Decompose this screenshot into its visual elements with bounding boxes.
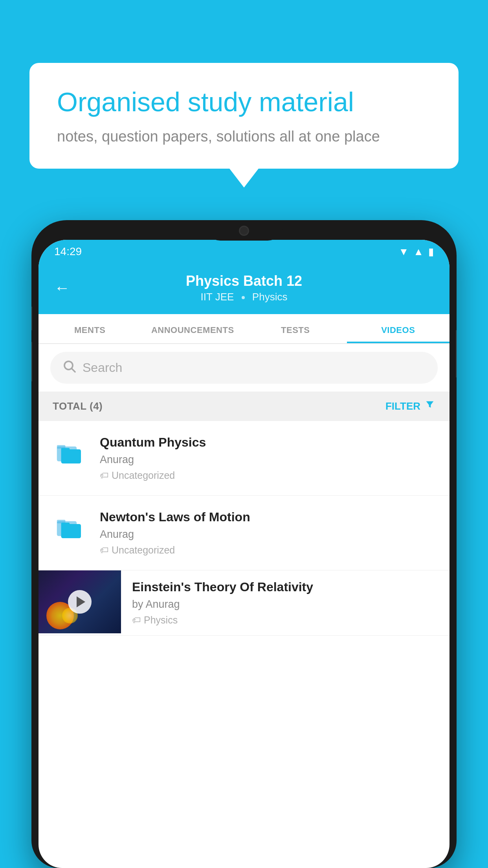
phone-frame: 14:29 ▼ ▲ ▮ ← Physics Batch 12 IIT JEE P… <box>31 220 457 868</box>
item-title: Quantum Physics <box>100 435 435 450</box>
header-subtitle-iit: IIT JEE <box>201 291 234 303</box>
search-icon <box>62 359 76 377</box>
header-subtitle-physics: Physics <box>252 291 288 303</box>
tab-ments[interactable]: MENTS <box>39 314 141 343</box>
folder-icon <box>56 515 84 540</box>
item-author: Anurag <box>100 528 435 541</box>
speech-bubble-card: Organised study material notes, question… <box>29 63 459 169</box>
volume-up-button[interactable] <box>31 307 32 330</box>
tag-label: Uncategorized <box>112 544 175 556</box>
filter-label: FILTER <box>385 400 420 412</box>
power-button[interactable] <box>456 330 457 377</box>
folder-icon <box>56 440 84 465</box>
batch-title: Physics Batch 12 <box>186 273 302 289</box>
phone-screen: 14:29 ▼ ▲ ▮ ← Physics Batch 12 IIT JEE P… <box>39 240 449 868</box>
search-input[interactable]: Search <box>83 360 122 375</box>
tag-label: Uncategorized <box>112 470 175 481</box>
search-container: Search <box>39 344 449 392</box>
tab-videos[interactable]: VIDEOS <box>347 314 450 343</box>
svg-rect-8 <box>61 524 81 538</box>
play-triangle-icon <box>77 596 85 607</box>
svg-rect-9 <box>61 522 70 526</box>
total-count-label: TOTAL (4) <box>53 400 103 412</box>
svg-rect-4 <box>61 449 81 463</box>
item-icon-wrap <box>53 510 88 545</box>
tag-label: Physics <box>144 614 178 626</box>
app-header: ← Physics Batch 12 IIT JEE Physics <box>39 263 449 314</box>
item-info: Quantum Physics Anurag 🏷 Uncategorized <box>100 435 435 481</box>
item-author: by Anurag <box>132 598 435 611</box>
item-tag: 🏷 Uncategorized <box>100 470 435 481</box>
tag-icon: 🏷 <box>100 471 108 481</box>
item-author: Anurag <box>100 454 435 466</box>
list-item[interactable]: Newton's Laws of Motion Anurag 🏷 Uncateg… <box>39 496 449 570</box>
volume-down-button[interactable] <box>31 342 32 381</box>
tab-announcements[interactable]: ANNOUNCEMENTS <box>141 314 244 343</box>
list-item[interactable]: Quantum Physics Anurag 🏷 Uncategorized <box>39 421 449 496</box>
tag-icon: 🏷 <box>100 545 108 555</box>
filter-funnel-icon <box>424 399 435 413</box>
search-input-wrapper[interactable]: Search <box>50 352 438 384</box>
status-time: 14:29 <box>54 245 82 258</box>
svg-line-1 <box>72 369 75 372</box>
video-thumbnail <box>39 570 121 633</box>
status-bar: 14:29 ▼ ▲ ▮ <box>39 240 449 263</box>
tabs-bar: MENTS ANNOUNCEMENTS TESTS VIDEOS <box>39 314 449 344</box>
back-button[interactable]: ← <box>54 279 70 297</box>
bubble-title: Organised study material <box>57 86 431 117</box>
item-info: Newton's Laws of Motion Anurag 🏷 Uncateg… <box>100 510 435 556</box>
item-info: Einstein's Theory Of Relativity by Anura… <box>121 570 435 635</box>
battery-icon: ▮ <box>428 246 434 258</box>
status-icons: ▼ ▲ ▮ <box>399 246 434 258</box>
video-play-button[interactable] <box>68 590 92 614</box>
item-icon-wrap <box>53 435 88 471</box>
bubble-subtitle: notes, question papers, solutions all at… <box>57 128 431 145</box>
header-dot <box>242 296 245 299</box>
list-item[interactable]: Einstein's Theory Of Relativity by Anura… <box>39 570 449 636</box>
item-tag: 🏷 Uncategorized <box>100 544 435 556</box>
video-list: Quantum Physics Anurag 🏷 Uncategorized <box>39 421 449 636</box>
header-title-group: Physics Batch 12 IIT JEE Physics <box>186 273 302 303</box>
svg-rect-5 <box>61 448 70 451</box>
item-tag: 🏷 Physics <box>132 614 435 626</box>
phone-notch <box>205 220 283 241</box>
filter-button[interactable]: FILTER <box>385 399 435 413</box>
front-camera <box>239 226 249 236</box>
filter-bar: TOTAL (4) FILTER <box>39 392 449 421</box>
item-title: Newton's Laws of Motion <box>100 510 435 524</box>
signal-icon: ▲ <box>413 246 424 258</box>
tab-tests[interactable]: TESTS <box>244 314 347 343</box>
batch-subtitle: IIT JEE Physics <box>186 291 302 303</box>
wifi-icon: ▼ <box>399 246 409 258</box>
item-title: Einstein's Theory Of Relativity <box>132 580 435 594</box>
tag-icon: 🏷 <box>132 615 141 625</box>
speech-bubble-section: Organised study material notes, question… <box>29 63 459 169</box>
